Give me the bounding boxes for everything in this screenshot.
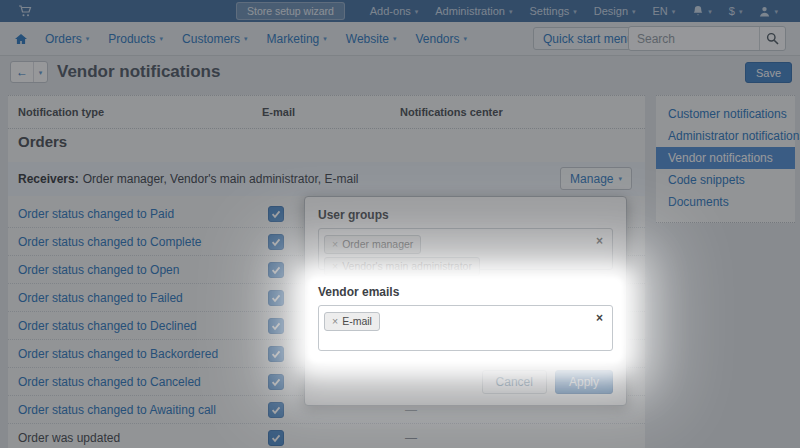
notification-type-link[interactable]: Order status changed to Open — [18, 263, 179, 277]
nav-website[interactable]: Website▾ — [346, 32, 397, 46]
email-checkbox[interactable] — [268, 402, 284, 418]
column-notifications-center: Notifications center — [400, 106, 503, 118]
chevron-down-icon: ▾ — [393, 35, 397, 42]
remove-tag-icon[interactable]: × — [332, 260, 338, 272]
chevron-down-icon: ▾ — [323, 35, 327, 42]
notifications-menu[interactable]: ▾ — [692, 5, 712, 17]
bell-icon — [692, 5, 704, 17]
table-header: Notification type E-mail Notifications c… — [8, 96, 645, 129]
email-checkbox[interactable] — [268, 318, 284, 334]
remove-tag-icon[interactable]: × — [332, 238, 338, 250]
manage-label: Manage — [570, 172, 613, 186]
search-icon[interactable] — [759, 27, 785, 50]
notification-type-link[interactable]: Order status changed to Canceled — [18, 375, 201, 389]
chevron-down-icon: ▾ — [708, 8, 712, 15]
notification-type-link[interactable]: Order status changed to Failed — [18, 291, 183, 305]
language-label: EN — [653, 5, 668, 17]
receivers-value: Order manager, Vendor's main administrat… — [83, 172, 359, 186]
language-selector[interactable]: EN▾ — [653, 5, 676, 17]
notification-type-link[interactable]: Order status changed to Backordered — [18, 347, 218, 361]
check-icon — [271, 405, 281, 415]
back-button[interactable]: ← ▾ — [10, 61, 48, 83]
page-header: ← ▾ Vendor notifications Save — [0, 56, 800, 95]
table-row: Order was updated — — [8, 424, 645, 448]
email-checkbox[interactable] — [268, 290, 284, 306]
nav-orders-label: Orders — [45, 32, 82, 46]
menu-settings[interactable]: Settings▾ — [530, 5, 577, 17]
check-icon — [271, 237, 281, 247]
nav-marketing[interactable]: Marketing▾ — [267, 32, 327, 46]
menu-design[interactable]: Design▾ — [594, 5, 636, 17]
check-icon — [271, 293, 281, 303]
sidebar-item-customer-notifications[interactable]: Customer notifications — [656, 103, 795, 125]
tag-email: ×E-mail — [324, 312, 380, 331]
email-checkbox[interactable] — [268, 206, 284, 222]
nav-customers[interactable]: Customers▾ — [182, 32, 248, 46]
email-checkbox[interactable] — [268, 346, 284, 362]
nav-products[interactable]: Products▾ — [108, 32, 163, 46]
nav-marketing-label: Marketing — [267, 32, 320, 46]
menu-addons[interactable]: Add-ons▾ — [370, 5, 419, 17]
manage-button[interactable]: Manage▾ — [560, 167, 632, 190]
currency-selector[interactable]: $▾ — [729, 5, 743, 17]
nav-customers-label: Customers — [182, 32, 240, 46]
chevron-down-icon: ▾ — [464, 35, 468, 42]
chevron-down-icon: ▾ — [618, 175, 622, 182]
cancel-button[interactable]: Cancel — [482, 370, 547, 394]
user-groups-multiselect[interactable]: ×Order manager ×Vendor's main administra… — [318, 228, 613, 270]
email-checkbox[interactable] — [268, 262, 284, 278]
check-icon — [271, 209, 281, 219]
chevron-down-icon: ▾ — [739, 8, 743, 15]
remove-tag-icon[interactable]: × — [332, 315, 338, 327]
clear-all-icon[interactable]: × — [596, 236, 603, 246]
chevron-down-icon: ▾ — [86, 35, 90, 42]
vendor-emails-label: Vendor emails — [318, 285, 613, 299]
tag-label: E-mail — [342, 315, 372, 327]
home-icon[interactable] — [14, 33, 28, 45]
section-title-orders: Orders — [18, 133, 67, 150]
chevron-down-icon: ▾ — [632, 8, 636, 15]
nav-orders[interactable]: Orders▾ — [45, 32, 89, 46]
menu-administration[interactable]: Administration▾ — [435, 5, 512, 17]
vendor-emails-multiselect[interactable]: ×E-mail × — [318, 305, 613, 351]
sidebar-item-documents[interactable]: Documents — [656, 191, 795, 213]
nav-vendors[interactable]: Vendors▾ — [415, 32, 467, 46]
sidebar-item-administrator-notifications[interactable]: Administrator notifications — [656, 125, 795, 147]
nav-vendors-label: Vendors — [415, 32, 459, 46]
tag-order-manager: ×Order manager — [324, 235, 421, 254]
user-groups-label: User groups — [318, 208, 613, 222]
check-icon — [271, 377, 281, 387]
search-input[interactable] — [629, 27, 759, 50]
email-checkbox[interactable] — [268, 430, 284, 446]
notification-type-link[interactable]: Order status changed to Paid — [18, 207, 174, 221]
clear-all-icon[interactable]: × — [596, 313, 603, 323]
notification-type-link[interactable]: Order status changed to Complete — [18, 235, 201, 249]
chevron-down-icon: ▾ — [672, 8, 676, 15]
currency-label: $ — [729, 5, 735, 17]
manage-receivers-popup: User groups ×Order manager ×Vendor's mai… — [304, 196, 627, 406]
sidebar-item-code-snippets[interactable]: Code snippets — [656, 169, 795, 191]
storefront-cart-icon[interactable] — [18, 5, 32, 17]
receivers-bar: Receivers: Order manager, Vendor's main … — [8, 162, 645, 196]
chevron-down-icon: ▾ — [160, 35, 164, 42]
save-button[interactable]: Save — [745, 62, 792, 83]
store-setup-wizard-button[interactable]: Store setup wizard — [236, 2, 345, 20]
user-menu[interactable]: ▾ — [759, 6, 778, 17]
tag-label: Vendor's main administrator — [342, 260, 472, 272]
receivers-label: Receivers: — [18, 172, 79, 186]
apply-button[interactable]: Apply — [555, 370, 613, 394]
user-icon — [759, 6, 770, 17]
sidebar-item-vendor-notifications[interactable]: Vendor notifications — [656, 147, 795, 169]
topbar: Store setup wizard Add-ons▾ Administrati… — [0, 0, 800, 22]
column-email: E-mail — [262, 106, 295, 118]
back-arrow-icon[interactable]: ← — [11, 62, 34, 82]
check-icon — [271, 321, 281, 331]
chevron-down-icon[interactable]: ▾ — [34, 62, 47, 82]
notification-type-link[interactable]: Order status changed to Declined — [18, 319, 197, 333]
notification-type-link[interactable]: Order status changed to Awaiting call — [18, 403, 216, 417]
nav-items: Orders▾ Products▾ Customers▾ Marketing▾ … — [45, 32, 467, 46]
email-checkbox[interactable] — [268, 374, 284, 390]
column-notification-type: Notification type — [18, 106, 104, 118]
vendor-emails-highlight: Vendor emails ×E-mail × — [311, 280, 620, 360]
email-checkbox[interactable] — [268, 234, 284, 250]
